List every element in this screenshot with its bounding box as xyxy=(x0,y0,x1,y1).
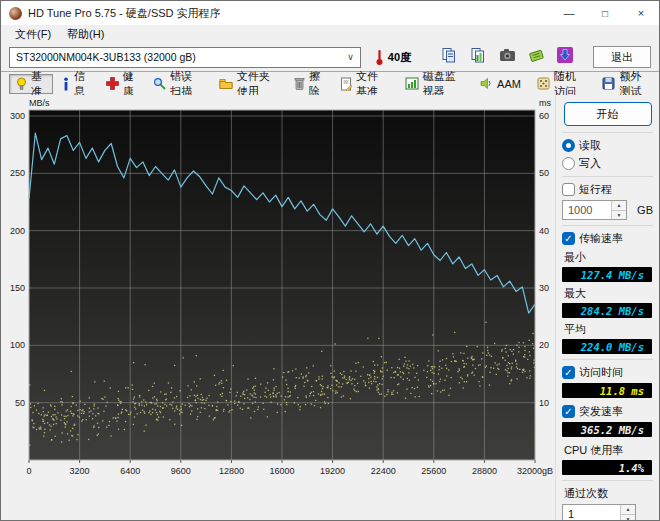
spin-up-button[interactable]: ▲ xyxy=(612,201,626,211)
divider xyxy=(562,480,653,481)
menu-help[interactable]: 帮助(H) xyxy=(59,26,112,43)
divider xyxy=(562,225,653,226)
pass-count-input[interactable]: 1 ▲ ▼ xyxy=(562,504,636,521)
write-radio-row[interactable]: 写入 xyxy=(562,156,653,171)
tab-file-benchmark[interactable]: 文件基准 xyxy=(333,74,396,94)
tab-label: 信息 xyxy=(74,69,90,99)
benchmark-chart-svg: MB/sms5010015020025030010203040506003200… xyxy=(3,96,555,488)
pass-count-spinner: ▲ ▼ xyxy=(620,505,635,521)
svg-text:0: 0 xyxy=(26,466,31,476)
disk-monitor-icon xyxy=(405,77,419,90)
save-text-icon xyxy=(528,48,545,67)
svg-text:6400: 6400 xyxy=(120,466,140,476)
tab-disk-monitor[interactable]: 磁盘监视器 xyxy=(398,74,471,94)
tab-bar: 基准 信息 健康 错误扫描 文件夹使用 xyxy=(1,71,659,95)
minimize-button[interactable]: — xyxy=(551,1,587,25)
copy-text-icon xyxy=(441,47,457,67)
check-icon: ✓ xyxy=(564,407,572,417)
read-radio-label: 读取 xyxy=(579,138,601,153)
svg-text:30: 30 xyxy=(539,283,549,293)
maximize-button[interactable]: □ xyxy=(587,1,623,25)
trash-icon xyxy=(294,77,305,90)
tab-aam[interactable]: AAM xyxy=(473,74,528,94)
tab-health[interactable]: 健康 xyxy=(99,74,145,94)
menu-file[interactable]: 文件(F) xyxy=(7,26,59,43)
access-time-checkbox[interactable]: ✓ xyxy=(562,366,575,379)
copy-text-button[interactable] xyxy=(437,46,461,68)
tab-error-scan[interactable]: 错误扫描 xyxy=(146,74,210,94)
avg-value: 224.0 MB/s xyxy=(562,339,652,354)
tab-benchmark[interactable]: 基准 xyxy=(9,74,53,94)
read-radio[interactable] xyxy=(562,139,575,152)
capacity-input[interactable]: 1000 ▲ ▼ xyxy=(562,200,627,220)
spin-down-button[interactable]: ▼ xyxy=(612,211,626,220)
benchmark-chart: MB/sms5010015020025030010203040506003200… xyxy=(1,95,555,520)
tab-folder-usage[interactable]: 文件夹使用 xyxy=(212,74,285,94)
cpu-usage-value: 1.4% xyxy=(562,460,652,475)
cpu-usage-label: CPU 使用率 xyxy=(564,443,653,458)
short-stroke-checkbox[interactable] xyxy=(562,183,575,196)
tab-label: 基准 xyxy=(31,69,46,99)
export-button[interactable] xyxy=(553,46,577,68)
spin-down-button[interactable]: ▼ xyxy=(621,515,635,521)
info-icon xyxy=(62,77,70,91)
svg-text:40: 40 xyxy=(539,226,549,236)
max-value: 284.2 MB/s xyxy=(562,303,652,318)
svg-text:9600: 9600 xyxy=(171,466,191,476)
tab-label: AAM xyxy=(497,78,521,90)
tab-erase[interactable]: 擦除 xyxy=(287,74,331,94)
folder-icon xyxy=(219,78,233,90)
tab-label: 擦除 xyxy=(309,69,324,99)
health-cross-icon xyxy=(106,77,119,90)
check-icon: ✓ xyxy=(564,234,572,244)
file-icon xyxy=(340,77,352,91)
tab-label: 错误扫描 xyxy=(170,69,203,99)
start-button[interactable]: 开始 xyxy=(564,102,652,126)
exit-button[interactable]: 退出 xyxy=(593,46,651,68)
divider xyxy=(562,132,653,133)
svg-text:19200: 19200 xyxy=(320,466,345,476)
thermometer-icon xyxy=(375,49,384,66)
transfer-rate-checkbox[interactable]: ✓ xyxy=(562,232,575,245)
short-stroke-label: 短行程 xyxy=(579,182,612,197)
transfer-rate-row[interactable]: ✓ 传输速率 xyxy=(562,231,653,246)
svg-text:32000gB: 32000gB xyxy=(517,466,553,476)
pass-count-row: 1 ▲ ▼ xyxy=(562,504,653,521)
speaker-icon xyxy=(480,77,493,90)
svg-text:16000: 16000 xyxy=(269,466,294,476)
save-text-button[interactable] xyxy=(524,46,548,68)
tab-extra-tests[interactable]: 额外测试 xyxy=(595,74,659,94)
toolbar-icon-buttons xyxy=(437,46,577,68)
min-value: 127.4 MB/s xyxy=(562,267,652,282)
burst-rate-row[interactable]: ✓ 突发速率 xyxy=(562,404,653,419)
drive-selector[interactable]: ST32000NM004K-3UB133 (32000 gB) ∨ xyxy=(9,47,361,68)
tab-info[interactable]: 信息 xyxy=(55,74,97,94)
burst-rate-checkbox[interactable]: ✓ xyxy=(562,405,575,418)
close-button[interactable]: × xyxy=(623,1,659,25)
min-label: 最小 xyxy=(564,250,653,265)
check-icon: ✓ xyxy=(564,368,572,378)
capacity-unit-label: GB xyxy=(637,204,653,216)
access-time-label: 访问时间 xyxy=(579,365,623,380)
svg-text:ms: ms xyxy=(539,98,551,108)
temperature-indicator: 40度 xyxy=(375,49,411,66)
avg-label: 平均 xyxy=(564,322,653,337)
copy-image-icon xyxy=(470,47,486,67)
copy-image-button[interactable] xyxy=(466,46,490,68)
spin-up-button[interactable]: ▲ xyxy=(621,505,635,515)
pass-count-label: 通过次数 xyxy=(564,486,653,501)
random-access-icon xyxy=(537,77,550,90)
screenshot-button[interactable] xyxy=(495,46,519,68)
write-radio[interactable] xyxy=(562,157,575,170)
access-time-row[interactable]: ✓ 访问时间 xyxy=(562,365,653,380)
camera-icon xyxy=(499,48,516,66)
tab-label: 随机访问 xyxy=(554,69,587,99)
title-bar: HD Tune Pro 5.75 - 硬盘/SSD 实用程序 — □ × xyxy=(1,1,659,25)
svg-text:12800: 12800 xyxy=(219,466,244,476)
read-radio-row[interactable]: 读取 xyxy=(562,138,653,153)
tab-label: 文件夹使用 xyxy=(237,69,278,99)
tab-random-access[interactable]: 随机访问 xyxy=(530,74,594,94)
window-title: HD Tune Pro 5.75 - 硬盘/SSD 实用程序 xyxy=(28,6,551,21)
svg-text:50: 50 xyxy=(539,168,549,178)
short-stroke-row[interactable]: 短行程 xyxy=(562,182,653,197)
